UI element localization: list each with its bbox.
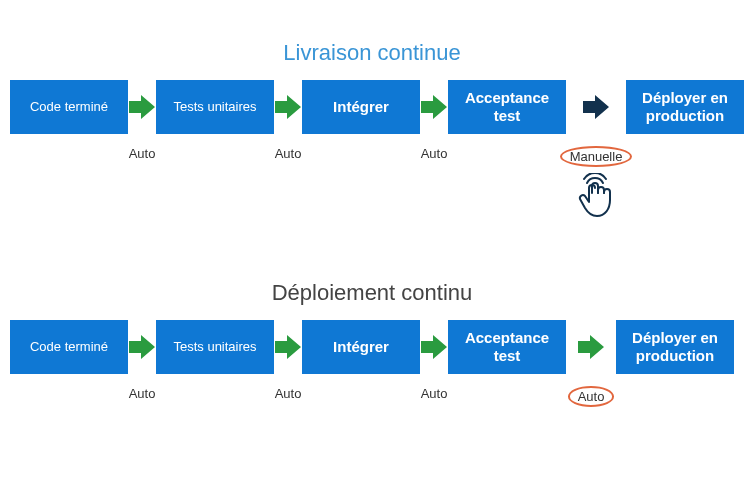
arrow-right-icon <box>583 95 609 119</box>
arrow-label: Auto <box>269 146 308 161</box>
arrow-right-icon <box>421 95 447 119</box>
section-title: Livraison continue <box>0 40 744 66</box>
arrow-3: Auto <box>420 320 448 401</box>
box-deploy: Déployer en production <box>616 320 734 374</box>
arrow-label: Auto <box>415 386 454 401</box>
box-unit-tests: Tests unitaires <box>156 80 274 134</box>
arrow-right-icon <box>129 95 155 119</box>
box-code-done: Code terminé <box>10 320 128 374</box>
section-title: Déploiement continu <box>0 280 744 306</box>
box-acceptance: Acceptance test <box>448 80 566 134</box>
arrow-label: Auto <box>269 386 308 401</box>
arrow-2: Auto <box>274 320 302 401</box>
arrow-label-manual: Manuelle <box>560 146 633 167</box>
continuous-delivery-section: Livraison continue Code terminé Auto Tes… <box>0 40 744 223</box>
continuous-deployment-section: Déploiement continu Code terminé Auto Te… <box>0 280 744 407</box>
arrow-1: Auto <box>128 80 156 161</box>
arrow-label-auto-highlight: Auto <box>568 386 615 407</box>
step-deploy: Déployer en production <box>616 320 734 374</box>
step-unit-tests: Tests unitaires <box>156 80 274 134</box>
arrow-1: Auto <box>128 320 156 401</box>
arrow-label: Auto <box>123 386 162 401</box>
arrow-right-icon <box>275 335 301 359</box>
step-code-done: Code terminé <box>10 80 128 134</box>
arrow-4-auto: Auto <box>566 320 616 407</box>
arrow-right-icon <box>421 335 447 359</box>
arrow-right-icon <box>129 335 155 359</box>
arrow-label: Auto <box>123 146 162 161</box>
step-code-done: Code terminé <box>10 320 128 374</box>
arrow-label: Auto <box>415 146 454 161</box>
arrow-right-icon <box>578 335 604 359</box>
arrow-2: Auto <box>274 80 302 161</box>
step-acceptance: Acceptance test <box>448 80 566 134</box>
box-integrate: Intégrer <box>302 80 420 134</box>
pipeline: Code terminé Auto Tests unitaires Auto I… <box>0 320 744 407</box>
box-integrate: Intégrer <box>302 320 420 374</box>
step-integrate: Intégrer <box>302 320 420 374</box>
step-integrate: Intégrer <box>302 80 420 134</box>
box-acceptance: Acceptance test <box>448 320 566 374</box>
step-unit-tests: Tests unitaires <box>156 320 274 374</box>
step-acceptance: Acceptance test <box>448 320 566 374</box>
pipeline: Code terminé Auto Tests unitaires Auto I… <box>0 80 744 223</box>
tap-hand-icon <box>576 173 616 223</box>
step-deploy: Déployer en production <box>626 80 744 134</box>
arrow-right-icon <box>275 95 301 119</box>
arrow-3: Auto <box>420 80 448 161</box>
box-unit-tests: Tests unitaires <box>156 320 274 374</box>
box-deploy: Déployer en production <box>626 80 744 134</box>
box-code-done: Code terminé <box>10 80 128 134</box>
arrow-4-manual: Manuelle <box>566 80 626 223</box>
